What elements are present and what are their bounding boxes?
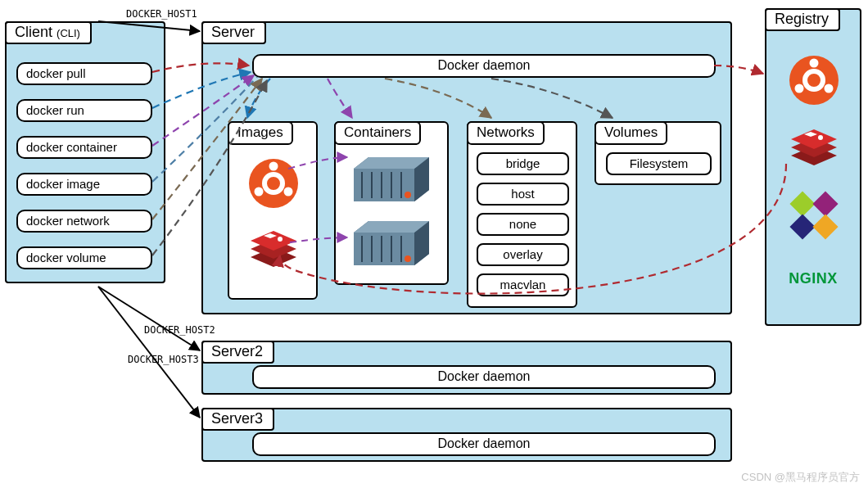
volumes-panel: Volumes Filesystem <box>594 121 721 185</box>
svg-point-4 <box>284 188 293 197</box>
containers-title: Containers <box>334 121 421 145</box>
svg-rect-41 <box>812 191 838 216</box>
edge-client-to-server3 <box>98 287 200 418</box>
network-host: host <box>477 183 569 206</box>
svg-rect-40 <box>789 191 815 216</box>
svg-rect-43 <box>812 214 838 239</box>
images-panel: Images <box>228 121 318 300</box>
svg-point-39 <box>818 135 823 140</box>
networks-title: Networks <box>467 121 545 145</box>
client-title: Client (CLI) <box>5 21 92 44</box>
svg-point-33 <box>795 84 804 93</box>
registry-title: Registry <box>765 8 840 31</box>
svg-point-32 <box>810 59 819 68</box>
svg-rect-42 <box>789 214 815 239</box>
volume-filesystem: Filesystem <box>606 152 712 175</box>
registry-centos-icon <box>789 190 839 241</box>
cmd-docker-volume: docker volume <box>16 246 152 269</box>
registry-ubuntu-icon <box>788 54 840 106</box>
registry-box: Registry NGINX <box>765 8 861 326</box>
network-bridge: bridge <box>477 152 569 175</box>
client-subtitle: (CLI) <box>57 27 80 39</box>
server3-box: Server3 Docker daemon <box>201 408 732 462</box>
label-docker-host3: DOCKER_HOST3 <box>128 354 199 365</box>
svg-point-34 <box>825 84 834 93</box>
registry-nginx-icon: NGINX <box>766 270 860 287</box>
cmd-docker-run: docker run <box>16 99 152 122</box>
label-docker-host1: DOCKER_HOST1 <box>126 8 197 20</box>
container-2-icon <box>352 219 431 267</box>
server2-daemon: Docker daemon <box>252 365 716 389</box>
watermark: CSDN @黑马程序员官方 <box>741 470 860 485</box>
network-macvlan: macvlan <box>477 273 569 296</box>
client-title-text: Client <box>15 24 52 40</box>
ubuntu-icon <box>247 157 300 210</box>
server2-title: Server2 <box>201 341 274 364</box>
server1-box: Server Docker daemon Images Containers <box>201 21 732 314</box>
containers-panel: Containers <box>334 121 449 285</box>
volumes-title: Volumes <box>594 121 667 145</box>
network-overlay: overlay <box>477 243 569 266</box>
networks-panel: Networks bridge host none overlay macvla… <box>467 121 577 308</box>
svg-point-9 <box>278 237 283 242</box>
cmd-docker-pull: docker pull <box>16 62 152 85</box>
cmd-docker-image: docker image <box>16 173 152 196</box>
server1-title: Server <box>201 21 266 44</box>
svg-point-29 <box>405 255 411 262</box>
edge-client-to-server2 <box>98 287 200 350</box>
container-1-icon <box>352 156 431 203</box>
svg-point-3 <box>255 188 264 197</box>
server3-title: Server3 <box>201 408 274 431</box>
label-docker-host2: DOCKER_HOST2 <box>144 324 215 336</box>
client-box: Client (CLI) docker pull docker run dock… <box>5 21 165 283</box>
server1-daemon: Docker daemon <box>252 54 716 78</box>
redis-icon <box>247 229 300 272</box>
svg-point-19 <box>405 192 411 198</box>
svg-point-2 <box>269 162 278 171</box>
server3-daemon: Docker daemon <box>252 432 716 456</box>
images-title: Images <box>228 121 293 145</box>
cmd-docker-container: docker container <box>16 136 152 159</box>
registry-redis-icon <box>788 128 840 170</box>
network-none: none <box>477 213 569 236</box>
server2-box: Server2 Docker daemon <box>201 341 732 395</box>
cmd-docker-network: docker network <box>16 210 152 233</box>
